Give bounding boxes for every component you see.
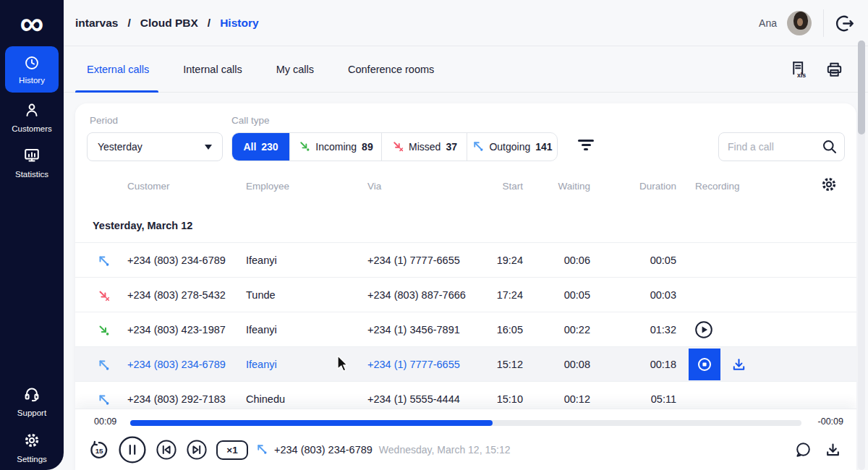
audio-player: 00:09 -00:09 15 [75, 409, 856, 470]
filter-icon[interactable] [577, 140, 595, 154]
table-body: Yesterday, March 12 +234 (803) 234-6789 … [75, 209, 856, 416]
search-icon[interactable] [821, 138, 838, 155]
sidebar-item-history[interactable]: History [5, 46, 59, 93]
comment-icon[interactable] [793, 440, 812, 459]
app-window: ∞ History Customers [0, 0, 868, 470]
elapsed-time: 00:09 [94, 416, 116, 427]
call-type-label: Call type [231, 115, 270, 126]
table-row[interactable]: +234 (803) 278-5432 Tunde +234 (803) 887… [75, 278, 856, 312]
pause-button[interactable] [118, 435, 147, 464]
start-cell: 16:05 [483, 324, 523, 336]
col-customer: Customer [127, 181, 246, 192]
now-playing-phone: +234 (803) 234-6789 [274, 444, 373, 456]
sidebar-item-settings[interactable]: Settings [0, 432, 64, 463]
table-row[interactable]: +234 (803) 423-1987 Ifeanyi +234 (1) 345… [75, 312, 856, 347]
period-select[interactable]: Yesterday [87, 132, 223, 161]
customer-cell: +234 (803) 278-5432 [127, 289, 246, 301]
chip-label: Missed [409, 141, 441, 153]
logout-icon[interactable] [835, 14, 855, 33]
via-cell: +234 (1) 3456-7891 [367, 324, 483, 336]
scrollbar-thumb[interactable] [858, 40, 865, 134]
start-cell: 15:12 [483, 359, 523, 370]
skip-forward-button[interactable] [186, 439, 208, 461]
sidebar-item-statistics[interactable]: Statistics [0, 147, 64, 179]
top-header: intarvas / Cloud PBX / History Ana [64, 0, 868, 46]
table-row[interactable]: +234 (803) 234-6789 Ifeanyi +234 (1) 777… [75, 243, 856, 278]
tab-external-calls[interactable]: External calls [87, 64, 149, 75]
chip-all[interactable]: All 230 [232, 133, 290, 161]
table-settings-gear-icon[interactable] [820, 176, 838, 196]
playback-speed-button[interactable]: ×1 [216, 440, 248, 460]
download-recording-icon[interactable] [731, 356, 747, 373]
monitor-chart-icon [23, 147, 41, 166]
print-icon[interactable] [825, 60, 844, 80]
table-header-row: Customer Employee Via Start Waiting Dura… [75, 171, 856, 200]
clock-icon [24, 55, 40, 72]
customer-cell: +234 (803) 234-6789 [127, 359, 246, 370]
breadcrumb-item-intarvas[interactable]: intarvas [75, 17, 118, 30]
missed-call-icon [391, 140, 404, 154]
call-type-segmented-control: All 230 Incoming 89 [231, 132, 558, 161]
breadcrumb-item-history[interactable]: History [220, 17, 258, 30]
person-icon [23, 101, 41, 120]
breadcrumb-separator: / [127, 17, 130, 30]
duration-cell: 05:11 [590, 393, 676, 405]
chevron-down-icon [205, 145, 212, 150]
start-cell: 15:10 [483, 393, 523, 405]
waiting-cell: 00:12 [523, 393, 590, 405]
download-icon[interactable] [824, 441, 842, 459]
tab-internal-calls[interactable]: Internal calls [183, 64, 242, 75]
employee-cell: Tunde [246, 289, 367, 301]
incoming-call-icon [97, 323, 110, 336]
now-playing-info: +234 (803) 234-6789 Wednesday, March 12,… [255, 434, 510, 466]
chip-missed[interactable]: Missed 37 [382, 133, 467, 161]
search-box [718, 132, 845, 161]
outgoing-call-icon [472, 140, 484, 154]
period-select-value: Yesterday [98, 141, 142, 153]
headset-icon [23, 385, 41, 404]
employee-cell: Ifeanyi [246, 324, 367, 336]
employee-cell: Chinedu [246, 393, 367, 405]
export-xls-icon[interactable]: xls [789, 59, 809, 80]
duration-cell: 00:18 [590, 359, 676, 370]
sidebar-item-customers[interactable]: Customers [0, 101, 64, 133]
chip-label: Outgoing [489, 141, 530, 153]
user-name: Ana [759, 17, 777, 29]
waiting-cell: 00:05 [523, 289, 590, 301]
page-scrollbar [858, 40, 865, 470]
outgoing-call-icon [97, 254, 110, 267]
table-row-selected[interactable]: +234 (803) 234-6789 Ifeanyi +234 (1) 777… [75, 347, 856, 382]
employee-cell: Ifeanyi [246, 255, 367, 266]
chip-incoming[interactable]: Incoming 89 [290, 133, 382, 161]
sidebar-item-support[interactable]: Support [0, 385, 64, 417]
chip-label: Incoming [315, 141, 357, 153]
tab-conference-rooms[interactable]: Conference rooms [348, 64, 434, 75]
breadcrumb-item-cloud-pbx[interactable]: Cloud PBX [140, 17, 198, 30]
col-employee: Employee [246, 181, 367, 192]
start-cell: 19:24 [483, 255, 523, 266]
sidebar-item-label: History [19, 76, 45, 85]
avatar[interactable] [787, 11, 812, 35]
tab-my-calls[interactable]: My calls [276, 64, 314, 75]
chip-count: 141 [535, 141, 552, 153]
employee-cell: Ifeanyi [246, 359, 367, 370]
via-cell: +234 (803) 887-7666 [367, 289, 483, 301]
via-cell: +234 (1) 5555-4444 [367, 393, 483, 405]
period-label: Period [90, 115, 118, 126]
svg-text:xls: xls [797, 72, 806, 79]
sidebar-item-label: Statistics [15, 170, 48, 179]
progress-bar[interactable] [130, 420, 801, 426]
sidebar: ∞ History Customers [0, 0, 64, 470]
rewind-15-button[interactable]: 15 [88, 440, 109, 461]
chip-outgoing[interactable]: Outgoing 141 [467, 133, 557, 161]
stop-recording-button[interactable] [689, 349, 720, 380]
tab-strip: External calls Internal calls My calls C… [64, 46, 868, 93]
chip-count: 230 [261, 141, 278, 153]
skip-back-button[interactable] [156, 439, 177, 461]
play-recording-icon[interactable] [694, 320, 713, 339]
missed-call-icon [97, 289, 110, 302]
breadcrumb-separator: / [208, 17, 210, 30]
duration-cell: 01:32 [590, 324, 676, 336]
sidebar-item-label: Customers [12, 124, 52, 133]
incoming-call-icon [298, 140, 310, 154]
